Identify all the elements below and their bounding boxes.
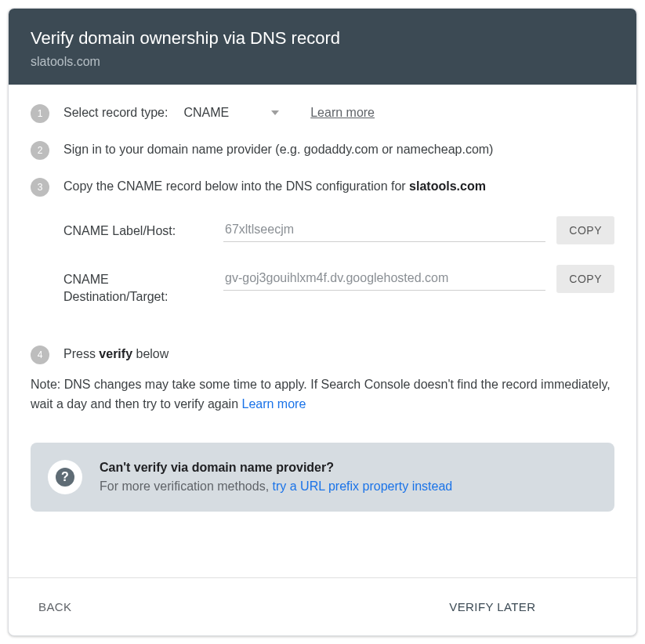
dns-note: Note: DNS changes may take some time to … — [31, 375, 614, 414]
url-prefix-link[interactable]: try a URL prefix property instead — [273, 479, 453, 493]
step-2: 2 Sign in to your domain name provider (… — [31, 140, 614, 160]
cname-destination-label: CNAME Destination/Target: — [63, 266, 212, 306]
help-icon: ? — [48, 460, 82, 494]
step-3-body: Copy the CNAME record below into the DNS… — [63, 177, 614, 328]
record-type-value: CNAME — [183, 103, 229, 122]
alt-verify-info: ? Can't verify via domain name provider?… — [31, 443, 614, 512]
step-number: 1 — [31, 104, 49, 123]
verify-later-button[interactable]: VERIFY LATER — [438, 592, 546, 621]
info-text: Can't verify via domain name provider? F… — [100, 458, 452, 496]
cname-target-row: CNAME Destination/Target: COPY — [63, 266, 614, 306]
step-3-text: Copy the CNAME record below into the DNS… — [63, 177, 614, 196]
step-2-text: Sign in to your domain name provider (e.… — [63, 140, 614, 159]
verify-button[interactable]: VERIFY — [551, 592, 618, 621]
cname-label-row: CNAME Label/Host: COPY — [63, 218, 614, 244]
step-3: 3 Copy the CNAME record below into the D… — [31, 177, 614, 328]
step-number: 3 — [31, 178, 49, 197]
back-button[interactable]: BACK — [27, 592, 82, 621]
info-title: Can't verify via domain name provider? — [100, 458, 452, 477]
copy-cname-label-button[interactable]: COPY — [556, 216, 614, 244]
step-number: 4 — [31, 346, 49, 364]
cname-destination-input[interactable] — [223, 266, 545, 291]
dialog-subtitle: slatools.com — [31, 55, 614, 69]
step-1: 1 Select record type: CNAME Learn more — [31, 103, 614, 123]
step-1-label: Select record type: — [63, 103, 168, 122]
dialog-footer: BACK VERIFY LATER VERIFY — [9, 577, 636, 635]
cname-label-host-input[interactable] — [223, 218, 545, 242]
step-number: 2 — [31, 141, 49, 160]
step-4: 4 Press verify below — [31, 345, 614, 364]
chevron-down-icon — [271, 110, 279, 115]
cname-copy-grid: CNAME Label/Host: COPY CNAME Destination… — [63, 218, 614, 306]
copy-cname-destination-button[interactable]: COPY — [556, 265, 614, 293]
dialog-content: 1 Select record type: CNAME Learn more 2… — [9, 85, 636, 577]
note-learn-more-link[interactable]: Learn more — [241, 397, 306, 411]
dialog-header: Verify domain ownership via DNS record s… — [9, 9, 636, 85]
learn-more-link[interactable]: Learn more — [310, 103, 375, 122]
dialog-title: Verify domain ownership via DNS record — [31, 27, 614, 50]
step-4-text: Press verify below — [63, 345, 614, 364]
verify-domain-dialog: Verify domain ownership via DNS record s… — [8, 8, 637, 636]
step-3-domain: slatools.com — [409, 179, 486, 193]
record-type-select[interactable]: CNAME — [183, 103, 279, 122]
step-1-body: Select record type: CNAME Learn more — [63, 103, 614, 122]
cname-label-host-label: CNAME Label/Host: — [63, 218, 212, 240]
